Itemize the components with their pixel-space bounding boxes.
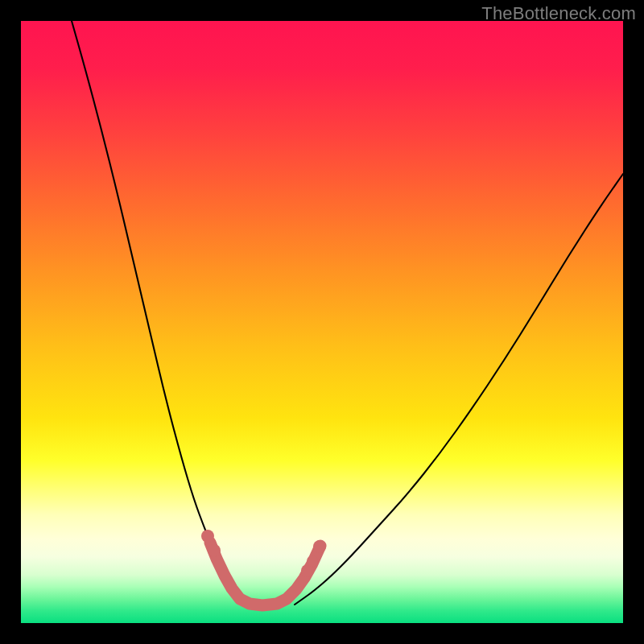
worm-dot (307, 555, 318, 567)
worm-dot (201, 530, 214, 543)
left-curve (72, 21, 246, 605)
worm-dot (313, 540, 326, 553)
right-curve (295, 174, 623, 605)
worm-dot (208, 544, 221, 557)
watermark-text: TheBottleneck.com (481, 3, 636, 24)
chart-frame (21, 21, 623, 623)
plot-svg (21, 21, 623, 623)
